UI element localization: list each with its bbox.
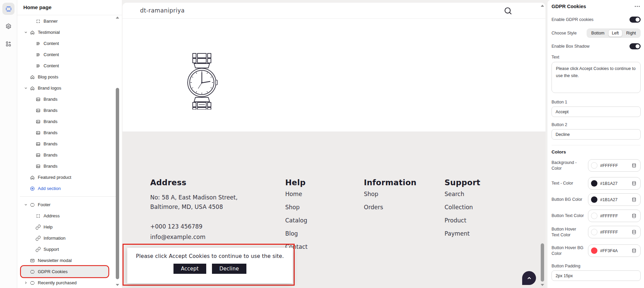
image-icon	[35, 130, 41, 136]
apps-icon	[5, 41, 11, 47]
enable-gdpr-toggle[interactable]	[629, 17, 641, 23]
sidebar-item-brands[interactable]: Brands	[17, 105, 122, 116]
toggle-knob	[636, 18, 640, 22]
style-option-bottom[interactable]: Bottom	[588, 29, 608, 37]
sidebar-item-help[interactable]: Help	[17, 221, 122, 233]
sidebar-item-label: Information	[44, 236, 65, 241]
theme-editor-app: { "theme": { "accent_blue": "#2E63E7", "…	[0, 0, 644, 288]
settings-button[interactable]	[2, 20, 15, 32]
color-fields: Background - Color#FFFFFFText - Color#1B…	[552, 159, 641, 257]
sidebar-item-brands[interactable]: Brands	[17, 116, 122, 127]
store-name[interactable]: dt-ramanipriya	[140, 7, 185, 14]
sidebar-item-label: Brands	[44, 108, 57, 113]
footer-link-collection[interactable]: Collection	[445, 201, 480, 214]
sidebar-item-brands[interactable]: Brands	[17, 138, 122, 149]
home-icon	[30, 74, 35, 80]
footer-link-shop[interactable]: Shop	[285, 201, 307, 214]
color-input[interactable]: #FF3F4A	[588, 244, 641, 257]
apps-button[interactable]	[2, 38, 15, 50]
footer-link-blog[interactable]: Blog	[285, 227, 307, 240]
sidebar-scrollbar-thumb[interactable]	[116, 88, 119, 279]
color-input[interactable]: #FFFFFF	[588, 226, 641, 238]
footer-link-orders[interactable]: Orders	[364, 201, 417, 214]
sidebar-item-recently-purchased[interactable]: Recently purchased	[17, 277, 122, 288]
scroll-up-arrow[interactable]	[116, 17, 119, 19]
style-segmented-control: BottomLeftRight	[587, 28, 641, 38]
image-icon	[35, 164, 41, 169]
color-input[interactable]: #1B1A27	[588, 193, 641, 206]
footer-link-product[interactable]: Product	[445, 214, 480, 227]
sidebar-item-featured-product[interactable]: Featured product	[17, 172, 122, 183]
footer-link-payment[interactable]: Payment	[445, 227, 480, 240]
section-tree: BannerTestimonialContentContentContentBl…	[17, 15, 122, 288]
box-shadow-label: Enable Box Shadow	[552, 44, 590, 49]
sidebar-item-label: Brands	[44, 152, 57, 158]
accept-cookies-button[interactable]: Accept	[173, 264, 206, 274]
decline-cookies-button[interactable]: Decline	[212, 264, 246, 274]
box-shadow-toggle[interactable]	[629, 43, 641, 49]
sidebar-item-brands[interactable]: Brands	[17, 149, 122, 161]
text-icon	[35, 63, 41, 69]
sidebar-item-brands[interactable]: Brands	[17, 161, 122, 172]
sections-tab-button[interactable]	[2, 3, 15, 15]
sidebar-item-content[interactable]: Content	[17, 49, 122, 60]
sidebar-item-brands[interactable]: Brands	[17, 94, 122, 105]
color-input[interactable]: #FFFFFF	[588, 210, 641, 222]
sidebar-item-support[interactable]: Support	[17, 244, 122, 255]
sidebar-item-label: Testimonial	[38, 30, 60, 35]
scroll-down-arrow[interactable]	[116, 284, 119, 286]
button2-input[interactable]	[552, 129, 641, 140]
sidebar-scrollbar[interactable]	[115, 0, 119, 288]
sidebar-item-banner[interactable]: Banner	[17, 16, 122, 27]
sidebar-item-information[interactable]: Information	[17, 233, 122, 244]
chevron-right-icon[interactable]	[24, 281, 30, 285]
sidebar-item-testimonial[interactable]: Testimonial	[17, 27, 122, 38]
sidebar-item-blog-posts[interactable]: Blog posts	[17, 71, 122, 82]
footer-link-search[interactable]: Search	[445, 188, 480, 201]
sidebar-item-address[interactable]: Address	[17, 210, 122, 221]
chev-down-icon	[24, 202, 28, 207]
sidebar-item-newsletter-modal[interactable]: Newsletter modal	[17, 255, 122, 266]
sidebar-item-footer[interactable]: Footer	[17, 199, 122, 210]
sidebar-item-label: Banner	[44, 19, 58, 24]
choose-style-label: Choose Style	[552, 30, 576, 36]
image-icon	[35, 97, 41, 102]
sidebar-item-label: Content	[44, 41, 59, 46]
sidebar-item-add-section[interactable]: Add section	[17, 183, 122, 194]
text-icon	[35, 41, 41, 46]
chevron-down-icon[interactable]	[24, 86, 30, 90]
scroll-to-top-button[interactable]	[522, 271, 536, 285]
sidebar-item-gdpr-cookies[interactable]: GDPR Cookies	[21, 266, 108, 277]
footer-link-catalog[interactable]: Catalog	[285, 214, 307, 227]
footer-column-address: AddressNo: 58 A, East Madison Street,Bal…	[150, 131, 238, 242]
style-option-left[interactable]: Left	[608, 29, 623, 37]
chevron-down-icon[interactable]	[24, 202, 30, 207]
footer-link-home[interactable]: Home	[285, 188, 307, 201]
scroll-up-arrow[interactable]	[541, 5, 544, 7]
sidebar-item-content[interactable]: Content	[17, 60, 122, 71]
scroll-down-arrow[interactable]	[541, 284, 544, 286]
banner-icon	[35, 213, 41, 219]
sidebar-item-label: GDPR Cookies	[38, 269, 68, 274]
more-options-icon[interactable]	[634, 3, 641, 10]
cookie-text-input[interactable]: Please click Accept Cookies to continue …	[552, 62, 641, 93]
preview-scrollbar-thumb[interactable]	[541, 243, 544, 282]
style-option-right[interactable]: Right	[622, 29, 640, 37]
sidebar-item-brands[interactable]: Brands	[17, 127, 122, 138]
chevron-up-icon	[526, 275, 533, 282]
color-input[interactable]: #FFFFFF	[588, 159, 641, 172]
button1-input[interactable]	[552, 106, 641, 117]
preview-scrollbar[interactable]	[540, 3, 545, 288]
footer-heading: Support	[445, 177, 480, 188]
sidebar-item-content[interactable]: Content	[17, 38, 122, 49]
home-icon	[30, 86, 35, 91]
color-input[interactable]: #1B1A27	[588, 177, 641, 190]
chevron-down-icon[interactable]	[24, 30, 30, 34]
button-padding-input[interactable]	[552, 270, 641, 281]
footer-link-shop[interactable]: Shop	[364, 188, 417, 201]
search-button[interactable]	[504, 6, 512, 15]
sidebar-item-brand-logos[interactable]: Brand logos	[17, 82, 122, 94]
db-icon	[631, 229, 637, 235]
sidebar-item-label: Newsletter modal	[38, 258, 72, 263]
button-padding-label: Button Padding	[552, 264, 641, 268]
